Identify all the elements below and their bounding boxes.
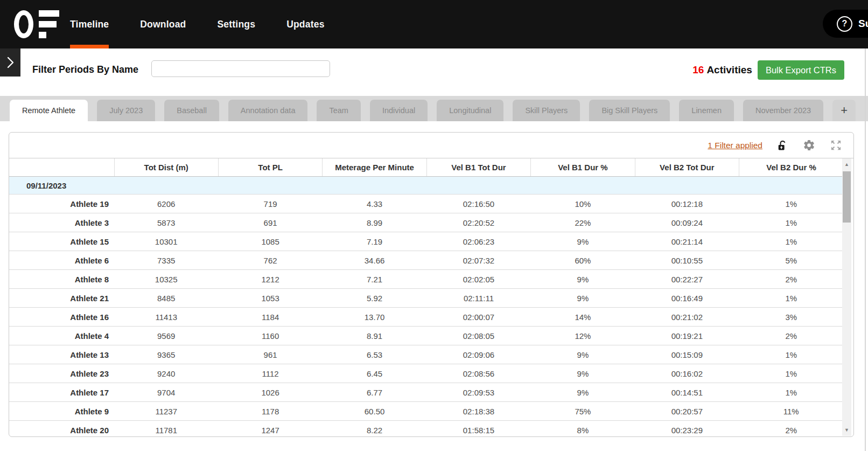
sidebar-expand-button[interactable] <box>0 48 20 77</box>
value-cell: 9365 <box>114 345 218 364</box>
tab-individual[interactable]: Individual <box>370 100 428 121</box>
value-cell: 00:15:09 <box>635 345 739 364</box>
athlete-name[interactable]: Athlete 6 <box>9 251 114 270</box>
value-cell: 1112 <box>218 364 322 383</box>
value-cell: 1% <box>739 195 843 213</box>
add-tab-button[interactable]: + <box>832 100 856 121</box>
value-cell: 11781 <box>114 421 218 437</box>
value-cell: 1053 <box>218 289 322 308</box>
unlock-icon[interactable] <box>777 140 788 151</box>
tab-longitudinal[interactable]: Longitudinal <box>437 100 503 121</box>
value-cell: 02:16:50 <box>426 195 530 213</box>
table-scrollbar[interactable]: ▲ ▼ <box>842 158 851 436</box>
bulk-export-ctrs-button[interactable]: Bulk Export CTRs <box>758 60 844 80</box>
value-cell: 13.70 <box>323 308 426 327</box>
table-row-athlete-19: Athlete 1962067194.3302:16:5010%00:12:18… <box>9 195 843 213</box>
value-cell: 34.66 <box>323 251 426 270</box>
value-cell: 02:06:23 <box>426 232 530 251</box>
athlete-name[interactable]: Athlete 15 <box>9 232 114 251</box>
athlete-name[interactable]: Athlete 4 <box>9 327 114 345</box>
value-cell: 9% <box>531 364 635 383</box>
fullscreen-icon[interactable] <box>830 139 842 151</box>
value-cell: 1212 <box>218 270 322 289</box>
chevron-right-icon <box>5 56 15 69</box>
table-scrollbar-thumb[interactable] <box>843 171 851 223</box>
athlete-name[interactable]: Athlete 23 <box>9 364 114 383</box>
nav-item-timeline[interactable]: Timeline <box>70 0 109 48</box>
value-cell: 8485 <box>114 289 218 308</box>
tab-big-skill-players[interactable]: Big Skill Players <box>589 100 670 121</box>
athlete-name[interactable]: Athlete 3 <box>9 213 114 232</box>
table-header-row: Tot Dist (m)Tot PLMeterage Per MinuteVel… <box>9 158 843 177</box>
athlete-name[interactable]: Athlete 13 <box>9 345 114 364</box>
value-cell: 00:10:55 <box>635 251 739 270</box>
value-cell: 01:58:15 <box>426 421 530 437</box>
activities-count: 16 <box>692 64 704 75</box>
support-button[interactable]: ? Support <box>823 10 868 38</box>
value-cell: 12% <box>531 327 635 345</box>
value-cell: 6.53 <box>323 345 426 364</box>
value-cell: 9% <box>531 270 635 289</box>
value-cell: 9569 <box>114 327 218 345</box>
value-cell: 3% <box>739 308 843 327</box>
value-cell: 10301 <box>114 232 218 251</box>
tab-linemen[interactable]: Linemen <box>679 100 734 121</box>
scroll-up-arrow-icon[interactable]: ▲ <box>842 160 851 169</box>
gear-icon[interactable] <box>803 139 815 151</box>
openfield-logo[interactable] <box>14 10 64 38</box>
table-row-athlete-20: Athlete 201178112478.2201:58:158%00:23:2… <box>9 421 843 437</box>
value-cell: 8.22 <box>323 421 426 437</box>
nav-item-download[interactable]: Download <box>140 0 186 48</box>
tab-remote-athlete[interactable]: Remote Athlete <box>10 100 88 121</box>
athlete-name[interactable]: Athlete 20 <box>9 421 114 437</box>
tab-annotation-data[interactable]: Annotation data <box>228 100 308 121</box>
value-cell: 60.50 <box>323 402 426 421</box>
scroll-down-arrow-icon[interactable]: ▼ <box>842 426 851 434</box>
table-row-athlete-4: Athlete 4956911608.9102:08:0512%00:19:21… <box>9 327 843 345</box>
table-row-athlete-13: Athlete 1393659616.5302:09:069%00:15:091… <box>9 345 843 364</box>
value-cell: 00:21:14 <box>635 232 739 251</box>
filter-applied-link[interactable]: 1 Filter applied <box>708 141 762 150</box>
value-cell: 719 <box>218 195 322 213</box>
value-cell: 2% <box>739 421 843 437</box>
table-row-athlete-6: Athlete 6733576234.6602:07:3260%00:10:55… <box>9 251 843 270</box>
athlete-table-card: 1 Filter applied Tot Dist (m)Tot PLMeter… <box>9 132 854 437</box>
tab-baseball[interactable]: Baseball <box>164 100 219 121</box>
value-cell: 762 <box>218 251 322 270</box>
filter-periods-input[interactable] <box>151 60 330 77</box>
tab-team[interactable]: Team <box>317 100 360 121</box>
value-cell: 11413 <box>114 308 218 327</box>
main-nav: TimelineDownloadSettingsUpdates <box>70 0 325 48</box>
column-header-tot-dist-m: Tot Dist (m) <box>114 158 218 177</box>
tab-july-2023[interactable]: July 2023 <box>97 100 155 121</box>
value-cell: 11237 <box>114 402 218 421</box>
activities-count-text: 16Activities <box>692 64 752 76</box>
athlete-name[interactable]: Athlete 21 <box>9 289 114 308</box>
tab-skill-players[interactable]: Skill Players <box>513 100 580 121</box>
table-row-athlete-23: Athlete 23924011126.4502:08:569%00:16:02… <box>9 364 843 383</box>
tab-november-2023[interactable]: November 2023 <box>743 100 823 121</box>
value-cell: 1% <box>739 364 843 383</box>
athlete-name[interactable]: Athlete 9 <box>9 402 114 421</box>
column-header-vel-b1-dur: Vel B1 Dur % <box>531 158 635 177</box>
value-cell: 5.92 <box>323 289 426 308</box>
value-cell: 1% <box>739 213 843 232</box>
athlete-name[interactable]: Athlete 19 <box>9 195 114 213</box>
value-cell: 02:09:06 <box>426 345 530 364</box>
column-header-meterage-per-minute: Meterage Per Minute <box>323 158 426 177</box>
value-cell: 14% <box>531 308 635 327</box>
athlete-name[interactable]: Athlete 17 <box>9 383 114 402</box>
athlete-name[interactable]: Athlete 16 <box>9 308 114 327</box>
value-cell: 10325 <box>114 270 218 289</box>
value-cell: 00:19:21 <box>635 327 739 345</box>
athlete-name[interactable]: Athlete 8 <box>9 270 114 289</box>
nav-item-settings[interactable]: Settings <box>218 0 256 48</box>
value-cell: 02:08:56 <box>426 364 530 383</box>
value-cell: 02:11:11 <box>426 289 530 308</box>
nav-item-updates[interactable]: Updates <box>286 0 324 48</box>
value-cell: 9704 <box>114 383 218 402</box>
value-cell: 1% <box>739 289 843 308</box>
table-row-athlete-3: Athlete 358736918.9902:20:5222%00:09:241… <box>9 213 843 232</box>
value-cell: 60% <box>531 251 635 270</box>
date-group-label: 09/11/2023 <box>9 177 843 195</box>
